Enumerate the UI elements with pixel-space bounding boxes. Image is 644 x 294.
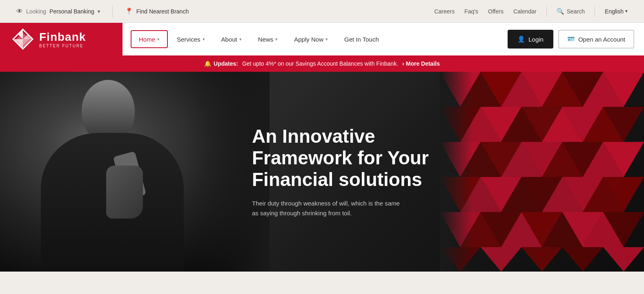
- news-label: News: [258, 36, 274, 43]
- hero-subtitle: Their duty through weakness of will, whi…: [252, 198, 407, 218]
- nav-item-about[interactable]: About ▾: [214, 30, 249, 48]
- language-selector[interactable]: English ▾: [605, 8, 628, 15]
- logo-name: Finbank: [39, 31, 86, 44]
- services-label: Services: [177, 36, 201, 43]
- open-account-button[interactable]: 🪪 Open an Account: [558, 30, 634, 49]
- hero-title: An Innovative Framework for Your Financi…: [252, 126, 448, 190]
- language-label: English: [605, 8, 624, 15]
- nav-item-services[interactable]: Services ▾: [169, 30, 212, 48]
- hero-person-area: [0, 72, 270, 272]
- contact-label: Get In Touch: [344, 36, 379, 43]
- looking-value: Personal Banking: [49, 8, 94, 15]
- about-label: About: [221, 36, 237, 43]
- top-bar: 👁 Looking Personal Banking ▾ 📍 Find Near…: [0, 0, 644, 23]
- login-button[interactable]: 👤 Login: [508, 30, 553, 49]
- person-head: [82, 80, 135, 141]
- lang-chevron-icon: ▾: [625, 9, 628, 14]
- find-branch-label: Find Nearest Branch: [136, 8, 189, 15]
- updates-text: Get upto 4%* on our Savings Account Bala…: [242, 60, 398, 67]
- search-section[interactable]: 🔍 Search: [557, 8, 585, 15]
- updates-label: 🔔 Updates:: [204, 60, 238, 67]
- careers-link[interactable]: Careers: [434, 8, 455, 15]
- apply-chevron-icon: ▾: [325, 37, 328, 42]
- person-hand: [106, 166, 143, 219]
- open-account-label: Open an Account: [578, 36, 625, 43]
- calendar-link[interactable]: Calendar: [513, 8, 537, 15]
- divider2: [546, 7, 547, 16]
- divider3: [595, 7, 595, 16]
- svg-marker-5: [13, 39, 23, 49]
- svg-marker-55: [603, 247, 644, 272]
- bell-icon: 🔔: [204, 60, 211, 67]
- home-chevron-icon: ▾: [157, 37, 160, 42]
- logo-area[interactable]: Finbank BETTER FUTURE: [0, 23, 123, 55]
- find-branch[interactable]: 📍 Find Nearest Branch: [125, 7, 189, 15]
- logo-text-area: Finbank BETTER FUTURE: [39, 31, 86, 48]
- offers-link[interactable]: Offers: [488, 8, 504, 15]
- nav-actions: 👤 Login 🪪 Open an Account: [498, 23, 644, 55]
- services-chevron-icon: ▾: [203, 37, 205, 42]
- more-details-link[interactable]: › More Details: [402, 60, 440, 67]
- login-icon: 👤: [517, 35, 525, 43]
- location-icon: 📍: [125, 7, 133, 15]
- nav-item-apply[interactable]: Apply Now ▾: [287, 30, 335, 48]
- hero-content: An Innovative Framework for Your Financi…: [252, 126, 448, 218]
- svg-marker-54: [562, 247, 603, 272]
- arrow-right-icon: ›: [402, 60, 404, 67]
- logo-icon: [12, 29, 33, 50]
- updates-bar: 🔔 Updates: Get upto 4%* on our Savings A…: [0, 55, 644, 72]
- eye-icon: 👁: [16, 8, 23, 15]
- logo-tagline: BETTER FUTURE: [39, 44, 86, 48]
- account-icon: 🪪: [567, 35, 575, 43]
- svg-marker-4: [23, 39, 33, 49]
- divider: [112, 5, 113, 18]
- apply-label: Apply Now: [294, 36, 323, 43]
- top-bar-left: 👁 Looking Personal Banking ▾ 📍 Find Near…: [16, 5, 189, 18]
- faqs-link[interactable]: Faq's: [464, 8, 478, 15]
- triangle-grid: [440, 72, 644, 272]
- home-label: Home: [139, 36, 155, 43]
- search-label: Search: [567, 8, 585, 15]
- nav-item-home[interactable]: Home ▾: [131, 30, 168, 48]
- nav-bar: Finbank BETTER FUTURE Home ▾ Services ▾ …: [0, 23, 644, 55]
- login-label: Login: [528, 36, 544, 43]
- chevron-down-icon: ▾: [98, 9, 100, 14]
- looking-section[interactable]: 👁 Looking Personal Banking ▾: [16, 8, 100, 15]
- nav-item-contact[interactable]: Get In Touch: [337, 30, 386, 48]
- top-bar-right: Careers Faq's Offers Calendar 🔍 Search E…: [434, 7, 628, 16]
- nav-links: Home ▾ Services ▾ About ▾ News ▾ Apply N…: [123, 23, 498, 55]
- hero-section: An Innovative Framework for Your Financi…: [0, 72, 644, 272]
- news-chevron-icon: ▾: [275, 37, 278, 42]
- svg-marker-53: [521, 247, 562, 272]
- nav-item-news[interactable]: News ▾: [251, 30, 285, 48]
- search-icon: 🔍: [557, 8, 564, 15]
- about-chevron-icon: ▾: [239, 37, 242, 42]
- looking-label: Looking: [26, 8, 46, 15]
- svg-marker-52: [481, 247, 521, 272]
